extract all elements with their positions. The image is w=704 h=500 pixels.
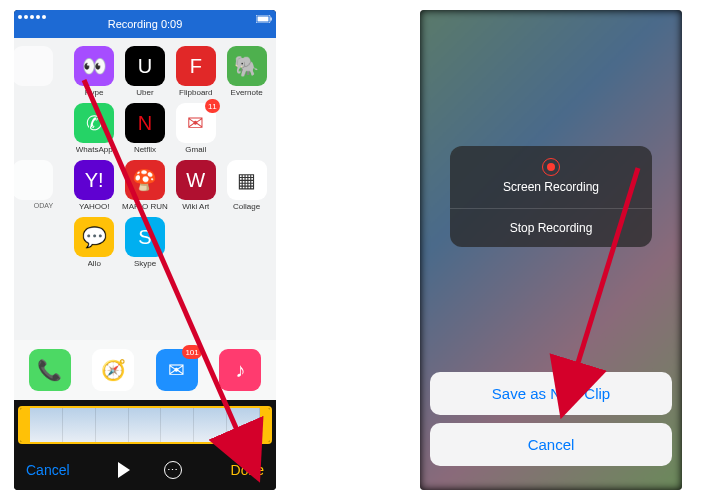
app-icon: N: [125, 103, 165, 143]
notification-badge: 101: [182, 345, 201, 359]
timeline-scrubber[interactable]: [18, 406, 272, 444]
app-label: Skype: [134, 259, 156, 268]
save-as-new-clip-button[interactable]: Save as New Clip: [430, 372, 672, 415]
mail-icon: ✉101: [156, 349, 198, 391]
dock: 📞🧭✉101♪: [14, 340, 276, 400]
trim-handle-left[interactable]: [20, 408, 30, 442]
app-label: Netflix: [134, 145, 156, 154]
app-mario-run[interactable]: 🍄MARIO RUN: [122, 160, 169, 211]
app-icon: S: [125, 217, 165, 257]
action-sheet: Save as New Clip Cancel: [430, 372, 672, 474]
notification-badge: 11: [205, 99, 220, 113]
cancel-button[interactable]: Cancel: [26, 462, 70, 478]
recording-status-text: Recording 0:09: [108, 18, 183, 30]
app-icon: 🍄: [125, 160, 165, 200]
app-netflix[interactable]: NNetflix: [122, 103, 169, 154]
play-icon: [118, 462, 130, 478]
ellipsis-icon: ⋯: [164, 461, 182, 479]
app-whatsapp[interactable]: ✆WhatsApp: [71, 103, 118, 154]
app-icon: ✉11: [176, 103, 216, 143]
screen-recording-card: Screen Recording Stop Recording: [450, 146, 652, 247]
app-icon: 💬: [74, 217, 114, 257]
play-button[interactable]: [118, 462, 130, 478]
app-yahoo-[interactable]: Y!YAHOO!: [71, 160, 118, 211]
app-partial: [20, 46, 67, 97]
app-label: Collage: [233, 202, 260, 211]
app-icon: ✆: [74, 103, 114, 143]
app-icon: F: [176, 46, 216, 86]
app-icon: 🐘: [227, 46, 267, 86]
app-allo[interactable]: 💬Allo: [71, 217, 118, 268]
status-bar-recording[interactable]: Recording 0:09: [14, 10, 276, 38]
app-label: Evernote: [231, 88, 263, 97]
music-icon: ♪: [219, 349, 261, 391]
app-label: MARIO RUN: [122, 202, 168, 211]
app-flipboard[interactable]: FFlipboard: [172, 46, 219, 97]
app-icon: ▦: [227, 160, 267, 200]
phone-icon: 📞: [29, 349, 71, 391]
app-label: Uber: [136, 88, 153, 97]
stop-recording-button[interactable]: Stop Recording: [450, 209, 652, 247]
video-trim-timeline[interactable]: [14, 400, 276, 450]
app-gmail[interactable]: ✉11Gmail: [172, 103, 219, 154]
app-label: Allo: [88, 259, 101, 268]
app-grid: 👀HypeUUberFFlipboard🐘Evernote✆WhatsAppNN…: [14, 38, 276, 268]
done-button[interactable]: Done: [231, 462, 264, 478]
app-label: Flipboard: [179, 88, 212, 97]
status-signal: [18, 15, 46, 19]
status-battery: [256, 15, 272, 23]
app-icon: 👀: [74, 46, 114, 86]
app-icon: Y!: [74, 160, 114, 200]
home-screen[interactable]: 👀HypeUUberFFlipboard🐘Evernote✆WhatsAppNN…: [14, 38, 276, 400]
more-button[interactable]: ⋯: [164, 461, 182, 479]
editor-toolbar: Cancel ⋯ Done: [14, 450, 276, 490]
phone-right: Screen Recording Stop Recording Save as …: [420, 10, 682, 490]
app-icon: U: [125, 46, 165, 86]
app-skype[interactable]: SSkype: [122, 217, 169, 268]
dock-safari[interactable]: 🧭: [92, 349, 134, 391]
app-hype[interactable]: 👀Hype: [71, 46, 118, 97]
dock-music[interactable]: ♪: [219, 349, 261, 391]
app-label: Hype: [85, 88, 104, 97]
app-partial: ODAY: [20, 160, 67, 211]
app-collage[interactable]: ▦Collage: [223, 160, 270, 211]
dock-mail[interactable]: ✉101: [156, 349, 198, 391]
app-evernote[interactable]: 🐘Evernote: [223, 46, 270, 97]
app-wiki-art[interactable]: WWiki Art: [172, 160, 219, 211]
app-label: Gmail: [185, 145, 206, 154]
dock-phone[interactable]: 📞: [29, 349, 71, 391]
svg-rect-1: [258, 17, 269, 22]
trim-handle-right[interactable]: [260, 408, 270, 442]
recording-title: Screen Recording: [450, 180, 652, 208]
app-uber[interactable]: UUber: [122, 46, 169, 97]
app-label: YAHOO!: [79, 202, 110, 211]
app-label: Wiki Art: [182, 202, 209, 211]
record-icon: [542, 158, 560, 176]
app-label: WhatsApp: [76, 145, 113, 154]
svg-rect-2: [271, 18, 272, 21]
action-sheet-cancel-button[interactable]: Cancel: [430, 423, 672, 466]
app-icon: W: [176, 160, 216, 200]
safari-icon: 🧭: [92, 349, 134, 391]
phone-left: Recording 0:09 👀HypeUUberFFlipboard🐘Ever…: [14, 10, 276, 490]
